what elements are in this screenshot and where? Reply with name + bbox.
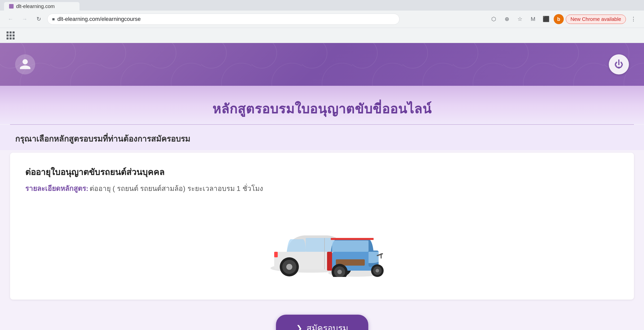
back-button[interactable]: ← <box>5 14 16 25</box>
subtitle-section: กรุณาเลือกหลักสูตรอบรมที่ท่านต้องการสมัค… <box>0 125 644 150</box>
page-title: หลักสูตรอบรมใบอนุญาตขับขี่ออนไลน์ <box>0 98 644 119</box>
reload-button[interactable]: ↻ <box>33 14 44 25</box>
site-header: ⏻ <box>0 43 644 86</box>
translate-icon[interactable]: ⊕ <box>501 14 512 25</box>
user-icon <box>19 58 31 71</box>
chevron-right-icon: ❯ <box>296 324 302 330</box>
course-detail-text: ต่ออายุ ( รถยนต์ รถยนต์สามล้อ) ระยะเวลาอ… <box>90 185 263 192</box>
svg-rect-26 <box>327 252 332 271</box>
page-title-section: หลักสูตรอบรมใบอนุญาตขับขี่ออนไลน์ <box>0 86 644 124</box>
tab-favicon <box>9 4 14 9</box>
power-button[interactable]: ⏻ <box>609 54 629 74</box>
svg-point-25 <box>376 269 379 272</box>
extensions-icon[interactable]: ⬛ <box>541 14 552 25</box>
tab-bar: dlt-elearning.com <box>0 0 644 11</box>
svg-point-22 <box>337 270 342 274</box>
browser-toolbar: ← → ↻ ■ dlt-elearning.com/elearningcours… <box>0 11 644 28</box>
address-bar[interactable]: ■ dlt-elearning.com/elearningcourse <box>47 14 399 25</box>
gmail-icon[interactable]: M <box>528 14 539 25</box>
svg-rect-12 <box>274 252 278 257</box>
register-button[interactable]: ❯ สมัครอบรม <box>276 315 368 330</box>
active-tab[interactable]: dlt-elearning.com <box>4 2 79 11</box>
course-detail-label: รายละเอียดหลักสูตร: <box>25 185 88 192</box>
course-card: ต่ออายุใบอนุญาตขับรถยนต์ส่วนบุคคล รายละเ… <box>10 153 634 300</box>
svg-rect-18 <box>332 240 369 252</box>
apps-grid-button[interactable] <box>5 30 16 41</box>
forward-button[interactable]: → <box>19 14 30 25</box>
svg-point-7 <box>286 264 292 270</box>
course-detail: รายละเอียดหลักสูตร: ต่ออายุ ( รถยนต์ รถย… <box>25 183 619 194</box>
vehicle-illustration <box>257 207 387 277</box>
user-avatar <box>15 54 35 74</box>
power-icon: ⏻ <box>614 59 623 70</box>
toolbar-actions: ⬡ ⊕ ☆ M ⬛ b New Chrome available ⋮ <box>488 14 639 25</box>
svg-rect-16 <box>331 238 374 240</box>
profile-button[interactable]: b <box>554 14 564 24</box>
register-button-section: ❯ สมัครอบรม <box>0 310 644 330</box>
cast-icon[interactable]: ⬡ <box>488 14 499 25</box>
url-text: dlt-elearning.com/elearningcourse <box>57 16 395 22</box>
browser-chrome: dlt-elearning.com ← → ↻ ■ dlt-elearning.… <box>0 0 644 43</box>
menu-button[interactable]: ⋮ <box>628 14 639 25</box>
subtitle-text: กรุณาเลือกหลักสูตรอบรมที่ท่านต้องการสมัค… <box>15 132 629 145</box>
tab-title: dlt-elearning.com <box>16 4 55 9</box>
page-content: ⏻ หลักสูตรอบรมใบอนุญาตขับขี่ออนไลน์ กรุณ… <box>0 43 644 330</box>
new-chrome-button[interactable]: New Chrome available <box>566 15 626 24</box>
apps-bar <box>0 28 644 43</box>
course-image <box>25 204 619 279</box>
lock-icon: ■ <box>52 17 55 22</box>
course-title: ต่ออายุใบอนุญาตขับรถยนต์ส่วนบุคคล <box>25 165 619 179</box>
bookmark-icon[interactable]: ☆ <box>514 14 526 25</box>
register-button-label: สมัครอบรม <box>306 321 348 330</box>
apps-grid-icon <box>7 31 15 39</box>
